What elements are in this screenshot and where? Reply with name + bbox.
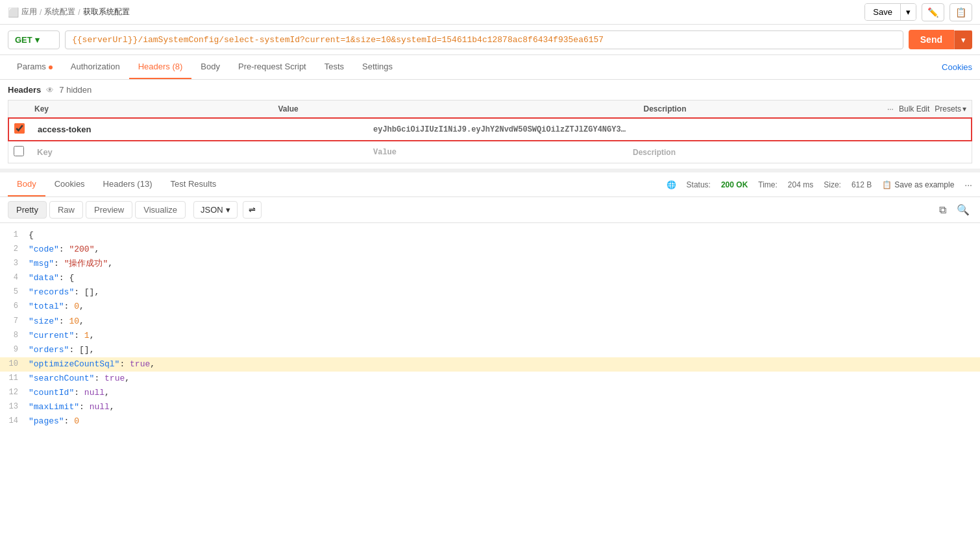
breadcrumb-sep1: / xyxy=(40,8,42,17)
response-more-button[interactable]: ··· xyxy=(964,180,972,190)
code-actions: ⧉ 🔍 xyxy=(937,201,972,219)
code-line: 12 "countId": null, xyxy=(0,386,980,400)
code-line: 1{ xyxy=(0,228,980,243)
format-selector[interactable]: JSON ▾ xyxy=(193,201,238,219)
empty-key-cell[interactable]: Key xyxy=(34,147,371,157)
globe-icon: 🌐 xyxy=(667,180,676,189)
status-label: Status: xyxy=(687,180,711,189)
response-tab-cookies[interactable]: Cookies xyxy=(45,172,94,196)
line-number: 10 xyxy=(8,357,29,370)
save-example-button[interactable]: 📋 Save as example xyxy=(882,180,954,189)
params-dot xyxy=(49,65,53,69)
top-bar: ⬜ 应用 / 系统配置 / 获取系统配置 Save ▾ ✏️ 📋 xyxy=(0,0,980,25)
line-content: "code": "200", xyxy=(29,243,972,257)
line-content: "maxLimit": null, xyxy=(29,400,972,414)
breadcrumb-apps[interactable]: 应用 xyxy=(21,6,37,18)
response-tab-headers[interactable]: Headers (13) xyxy=(94,172,162,196)
send-button[interactable]: Send xyxy=(909,30,954,49)
time-label: Time: xyxy=(758,180,778,189)
response-status-bar: 🌐 Status: 200 OK Time: 204 ms Size: 612 … xyxy=(667,180,972,190)
line-number: 3 xyxy=(8,257,29,270)
line-number: 5 xyxy=(8,285,29,298)
code-line: 11 "searchCount": true, xyxy=(0,372,980,386)
tab-params[interactable]: Params xyxy=(8,55,62,79)
wrap-button[interactable]: ⇌ xyxy=(243,201,262,219)
view-pretty-button[interactable]: Pretty xyxy=(8,201,47,219)
code-view: 1{2 "code": "200",3 "msg": "操作成功",4 "dat… xyxy=(0,223,980,431)
line-number: 9 xyxy=(8,343,29,356)
code-line: 6 "total": 0, xyxy=(0,300,980,314)
save-dropdown-button[interactable]: ▾ xyxy=(900,4,916,20)
cookies-link[interactable]: Cookies xyxy=(942,62,972,72)
value-cell[interactable]: eyJhbGciOiJIUzI1NiJ9.eyJhY2NvdW50SWQiOil… xyxy=(371,125,630,134)
method-selector[interactable]: GET ▾ xyxy=(8,30,60,49)
breadcrumb: ⬜ 应用 / 系统配置 / 获取系统配置 xyxy=(8,6,130,18)
line-content: "current": 1, xyxy=(29,329,972,343)
code-line: 8 "current": 1, xyxy=(0,329,980,343)
line-content: "orders": [], xyxy=(29,343,972,357)
table-row: access-token eyJhbGciOiJIUzI1NiJ9.eyJhY2… xyxy=(8,117,972,141)
request-tab-bar: Params Authorization Headers (8) Body Pr… xyxy=(0,55,980,80)
response-tab-body[interactable]: Body xyxy=(8,172,45,196)
search-button[interactable]: 🔍 xyxy=(954,201,972,219)
save-button[interactable]: Save xyxy=(865,4,900,20)
tab-settings[interactable]: Settings xyxy=(353,55,402,79)
view-raw-button[interactable]: Raw xyxy=(49,201,83,219)
send-button-group: Send ▾ xyxy=(909,30,972,49)
more-icon: ··· xyxy=(887,104,894,113)
line-number: 13 xyxy=(8,400,29,413)
table-actions: ··· Bulk Edit Presets ▾ xyxy=(887,104,966,113)
key-col-header: Key xyxy=(34,104,278,113)
empty-value-cell[interactable]: Value xyxy=(371,148,630,157)
check-col[interactable] xyxy=(14,123,35,136)
headers-title-bar: Headers 👁 7 hidden xyxy=(8,85,972,95)
top-actions: Save ▾ ✏️ 📋 xyxy=(864,3,972,21)
code-line: 7 "size": 10, xyxy=(0,315,980,329)
row-checkbox[interactable] xyxy=(14,123,25,134)
code-line: 13 "maxLimit": null, xyxy=(0,400,980,414)
breadcrumb-current: 获取系统配置 xyxy=(83,6,130,18)
empty-row-checkbox[interactable] xyxy=(14,146,24,156)
tab-headers[interactable]: Headers (8) xyxy=(129,55,192,79)
code-line: 5 "records": [], xyxy=(0,285,980,300)
doc-button[interactable]: 📋 xyxy=(949,3,972,21)
key-cell[interactable]: access-token xyxy=(35,125,371,134)
response-tab-bar: Body Cookies Headers (13) Test Results 🌐… xyxy=(0,172,980,197)
line-content: "searchCount": true, xyxy=(29,372,972,386)
save-button-group: Save ▾ xyxy=(864,3,916,21)
app-icon: ⬜ xyxy=(8,7,19,18)
table-empty-row: Key Value Description xyxy=(8,141,972,163)
empty-check-col[interactable] xyxy=(14,146,34,158)
edit-button[interactable]: ✏️ xyxy=(922,3,944,21)
view-visualize-button[interactable]: Visualize xyxy=(135,201,186,219)
response-tab-test-results[interactable]: Test Results xyxy=(161,172,225,196)
view-preview-button[interactable]: Preview xyxy=(86,201,132,219)
line-content: "pages": 0 xyxy=(29,414,972,429)
tab-authorization[interactable]: Authorization xyxy=(62,55,129,79)
line-content: "optimizeCountSql": true, xyxy=(29,357,972,372)
line-number: 6 xyxy=(8,300,29,313)
tab-tests[interactable]: Tests xyxy=(315,55,353,79)
method-label: GET xyxy=(15,35,32,45)
line-number: 11 xyxy=(8,372,29,385)
table-header-row: Key Value Description ··· Bulk Edit Pres… xyxy=(8,100,972,117)
tab-pre-request-script[interactable]: Pre-request Script xyxy=(229,55,315,79)
copy-button[interactable]: ⧉ xyxy=(937,201,949,219)
headers-label: Headers xyxy=(8,85,41,95)
line-number: 2 xyxy=(8,243,29,256)
size-label: Size: xyxy=(824,180,841,189)
line-number: 14 xyxy=(8,414,29,427)
send-dropdown-button[interactable]: ▾ xyxy=(954,30,972,49)
bulk-edit-button[interactable]: Bulk Edit xyxy=(899,104,929,113)
breadcrumb-system-config[interactable]: 系统配置 xyxy=(44,6,75,18)
url-input[interactable] xyxy=(65,30,903,49)
breadcrumb-sep2: / xyxy=(78,8,80,17)
code-toolbar: Pretty Raw Preview Visualize JSON ▾ ⇌ ⧉ … xyxy=(0,197,980,223)
code-line: 14 "pages": 0 xyxy=(0,414,980,429)
tab-body[interactable]: Body xyxy=(191,55,229,79)
empty-desc-cell[interactable]: Description xyxy=(630,148,966,157)
presets-button[interactable]: Presets ▾ xyxy=(935,104,966,113)
line-content: "msg": "操作成功", xyxy=(29,257,972,271)
line-content: "countId": null, xyxy=(29,386,972,400)
url-bar: GET ▾ Send ▾ xyxy=(0,25,980,55)
